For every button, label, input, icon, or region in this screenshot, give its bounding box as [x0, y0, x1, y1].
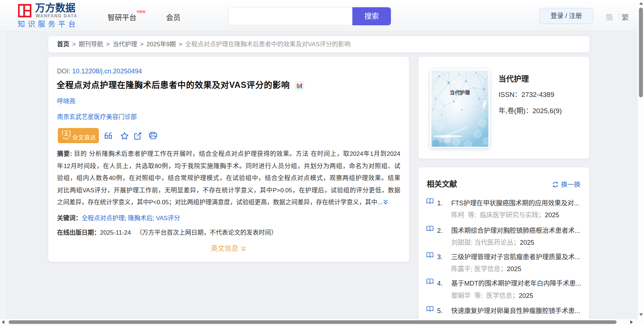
svg-text:free: free [63, 137, 69, 140]
svg-text:当代护理: 当代护理 [450, 90, 470, 95]
